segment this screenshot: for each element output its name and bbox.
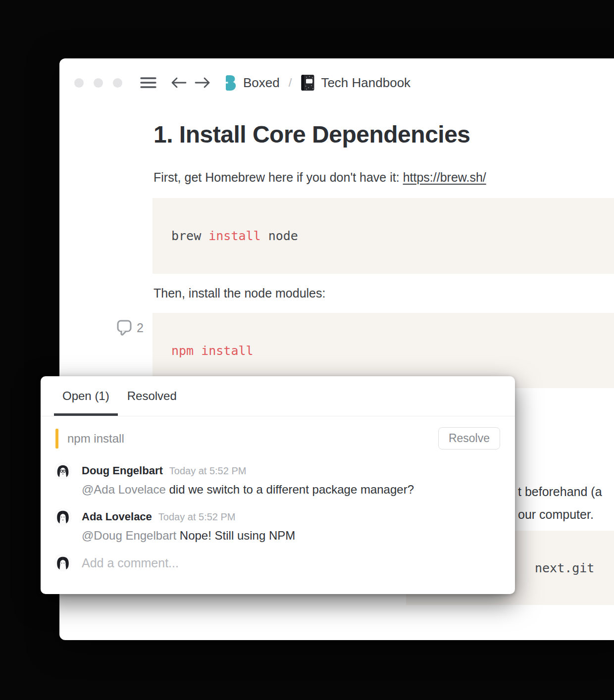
code-token: node: [261, 229, 298, 243]
back-arrow-icon: [170, 76, 187, 89]
breadcrumb-separator: /: [289, 76, 292, 90]
code-token-keyword: install: [208, 229, 260, 243]
avatar-current-user: [54, 554, 71, 571]
tab-open[interactable]: Open (1): [54, 389, 118, 416]
mention-link[interactable]: @Doug Engelbart: [82, 529, 176, 542]
brew-link[interactable]: https://brew.sh/: [403, 170, 486, 184]
code-token: next.git: [535, 561, 594, 575]
comment-thread: Doug Engelbart Today at 5:52 PM @Ada Lov…: [41, 462, 515, 571]
traffic-light-close[interactable]: [74, 78, 84, 88]
intro-text: First, get Homebrew here if you don't ha…: [154, 170, 403, 184]
comments-popup: Open (1) Resolved npm install Resolve: [41, 376, 515, 594]
page-title: 1. Install Core Dependencies: [154, 121, 470, 148]
obscured-line: t beforehand (a: [518, 480, 602, 503]
quoted-block-row: npm install Resolve: [55, 427, 500, 450]
forward-arrow-icon: [194, 76, 211, 89]
hamburger-icon: [140, 76, 156, 89]
code-token: brew: [171, 229, 208, 243]
comment-bubble-icon: [117, 320, 132, 336]
quoted-text: npm install: [67, 432, 124, 446]
window-chrome: Boxed / Tech Handbook: [74, 71, 604, 94]
comment-author: Doug Engelbart: [82, 464, 163, 477]
brand-name[interactable]: Boxed: [243, 75, 280, 91]
avatar-ada-lovelace: [54, 508, 71, 525]
mention-link[interactable]: @Ada Lovelace: [82, 483, 166, 496]
back-button[interactable]: [170, 76, 187, 89]
menu-button[interactable]: [140, 76, 156, 89]
comment-item: Ada Lovelace Today at 5:52 PM @Doug Enge…: [54, 508, 500, 543]
code-block-brew-install: brew install node: [153, 198, 614, 274]
comment-composer[interactable]: Add a comment...: [54, 554, 500, 571]
breadcrumb-document-title[interactable]: Tech Handbook: [321, 75, 410, 91]
obscured-line: our computer.: [518, 503, 602, 526]
traffic-light-zoom[interactable]: [113, 78, 122, 88]
forward-button[interactable]: [194, 76, 211, 89]
traffic-lights: [74, 78, 122, 88]
comment-timestamp: Today at 5:52 PM: [169, 465, 247, 477]
comment-item: Doug Engelbart Today at 5:52 PM @Ada Lov…: [54, 462, 500, 497]
notebook-icon: [301, 74, 315, 91]
comment-input-placeholder: Add a comment...: [82, 556, 179, 570]
avatar-doug-engelbart: [54, 462, 71, 479]
comment-marker[interactable]: 2: [117, 320, 144, 336]
boxed-logo-icon[interactable]: [226, 75, 237, 91]
comment-author: Ada Lovelace: [82, 510, 152, 523]
comments-tabs: Open (1) Resolved: [41, 376, 515, 416]
comment-count: 2: [137, 321, 144, 335]
intro-paragraph: First, get Homebrew here if you don't ha…: [154, 170, 486, 185]
obscured-paragraph: t beforehand (a our computer.: [518, 480, 602, 526]
paragraph-node-modules: Then, install the node modules:: [154, 286, 325, 300]
quote-accent-bar: [55, 429, 58, 449]
comment-text: Nope! Still using NPM: [180, 529, 295, 542]
traffic-light-minimize[interactable]: [94, 78, 103, 88]
resolve-button[interactable]: Resolve: [438, 427, 500, 450]
tab-resolved[interactable]: Resolved: [119, 389, 185, 416]
comment-timestamp: Today at 5:52 PM: [158, 511, 236, 523]
comment-text: did we switch to a different package man…: [169, 483, 414, 496]
code-token-keyword: npm install: [171, 344, 254, 358]
